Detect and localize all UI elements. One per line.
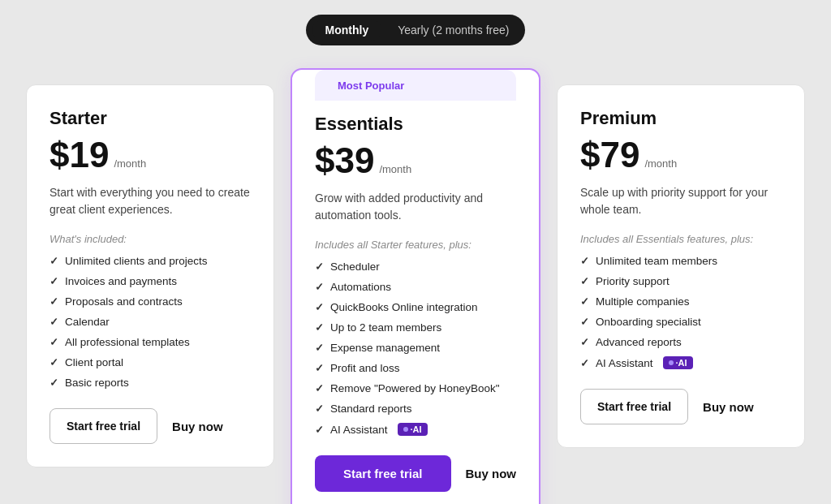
check-icon: ✓ — [315, 301, 324, 313]
check-icon: ✓ — [580, 336, 589, 348]
check-icon: ✓ — [315, 424, 324, 436]
check-icon: ✓ — [580, 295, 589, 308]
check-icon: ✓ — [50, 336, 58, 348]
list-item: ✓Multiple companies — [580, 295, 781, 308]
essentials-trial-button[interactable]: Start free trial — [315, 455, 451, 492]
check-icon: ✓ — [50, 377, 58, 389]
premium-price: $79 — [580, 137, 639, 173]
list-item: ✓Invoices and payments — [50, 275, 251, 287]
list-item: ✓Unlimited team members — [580, 255, 781, 267]
list-item: ✓Remove "Powered by HoneyBook" — [315, 382, 516, 394]
list-item: ✓Basic reports — [50, 377, 251, 389]
premium-plan-name: Premium — [580, 108, 781, 129]
ai-badge: ·AI — [663, 356, 693, 369]
starter-features-header: What's included: — [50, 233, 251, 245]
check-icon: ✓ — [315, 403, 324, 415]
premium-buy-button[interactable]: Buy now — [703, 400, 754, 414]
premium-plan-card: Premium $79 /month Scale up with priorit… — [557, 84, 805, 448]
list-item: ✓Unlimited clients and projects — [50, 255, 251, 267]
check-icon: ✓ — [315, 261, 324, 273]
list-item: ✓Onboarding specialist — [580, 316, 781, 328]
check-icon: ✓ — [580, 275, 589, 287]
premium-features-header: Includes all Essentials features, plus: — [580, 233, 781, 245]
essentials-features-header: Includes all Starter features, plus: — [315, 239, 516, 251]
essentials-period: /month — [379, 163, 411, 175]
premium-trial-button[interactable]: Start free trial — [580, 389, 688, 424]
check-icon: ✓ — [50, 295, 58, 308]
check-icon: ✓ — [50, 275, 58, 287]
plans-container: Starter $19 /month Start with everything… — [18, 68, 813, 504]
starter-plan-name: Starter — [50, 108, 251, 129]
premium-feature-list: ✓Unlimited team members ✓Priority suppor… — [580, 255, 781, 369]
starter-buy-button[interactable]: Buy now — [172, 420, 223, 433]
essentials-plan-name: Essentials — [315, 114, 516, 135]
list-item: ✓QuickBooks Online integration — [315, 301, 516, 313]
essentials-plan-card: Most Popular Essentials $39 /month Grow … — [291, 68, 540, 504]
list-item: ✓Scheduler — [315, 261, 516, 273]
essentials-buy-button[interactable]: Buy now — [466, 467, 517, 480]
essentials-price: $39 — [315, 143, 374, 179]
list-item: ✓AI Assistant·AI — [315, 423, 516, 436]
billing-toggle[interactable]: Monthly Yearly (2 months free) — [306, 15, 526, 45]
starter-period: /month — [114, 157, 146, 170]
check-icon: ✓ — [580, 316, 589, 328]
most-popular-label: Most Popular — [338, 80, 404, 92]
list-item: ✓All professional templates — [50, 336, 251, 348]
ai-badge: ·AI — [398, 423, 428, 436]
starter-plan-card: Starter $19 /month Start with everything… — [26, 84, 274, 467]
list-item: ✓Priority support — [580, 275, 781, 287]
list-item: ✓AI Assistant·AI — [580, 356, 781, 369]
starter-feature-list: ✓Unlimited clients and projects ✓Invoice… — [50, 255, 251, 389]
featured-badge-area: Most Popular — [315, 70, 516, 101]
list-item: ✓Automations — [315, 281, 516, 293]
list-item: ✓Advanced reports — [580, 336, 781, 348]
list-item: ✓Client portal — [50, 356, 251, 368]
list-item: ✓Calendar — [50, 316, 251, 328]
list-item: ✓Standard reports — [315, 403, 516, 415]
starter-description: Start with everything you need to create… — [50, 184, 251, 218]
check-icon: ✓ — [50, 356, 58, 368]
check-icon: ✓ — [50, 316, 58, 328]
check-icon: ✓ — [315, 281, 324, 293]
starter-price: $19 — [50, 137, 109, 173]
essentials-description: Grow with added productivity and automat… — [315, 190, 516, 224]
essentials-feature-list: ✓Scheduler ✓Automations ✓QuickBooks Onli… — [315, 261, 516, 436]
premium-period: /month — [644, 157, 677, 170]
list-item: ✓Profit and loss — [315, 362, 516, 374]
check-icon: ✓ — [315, 382, 324, 394]
check-icon: ✓ — [580, 357, 589, 369]
starter-trial-button[interactable]: Start free trial — [50, 408, 157, 444]
check-icon: ✓ — [315, 362, 324, 374]
list-item: ✓Proposals and contracts — [50, 295, 251, 308]
list-item: ✓Up to 2 team members — [315, 321, 516, 334]
check-icon: ✓ — [315, 321, 324, 334]
check-icon: ✓ — [315, 342, 324, 354]
check-icon: ✓ — [580, 255, 589, 267]
list-item: ✓Expense management — [315, 342, 516, 354]
check-icon: ✓ — [50, 255, 58, 267]
monthly-tab[interactable]: Monthly — [312, 19, 382, 41]
premium-description: Scale up with priority support for your … — [580, 184, 781, 218]
yearly-tab[interactable]: Yearly (2 months free) — [388, 19, 519, 41]
